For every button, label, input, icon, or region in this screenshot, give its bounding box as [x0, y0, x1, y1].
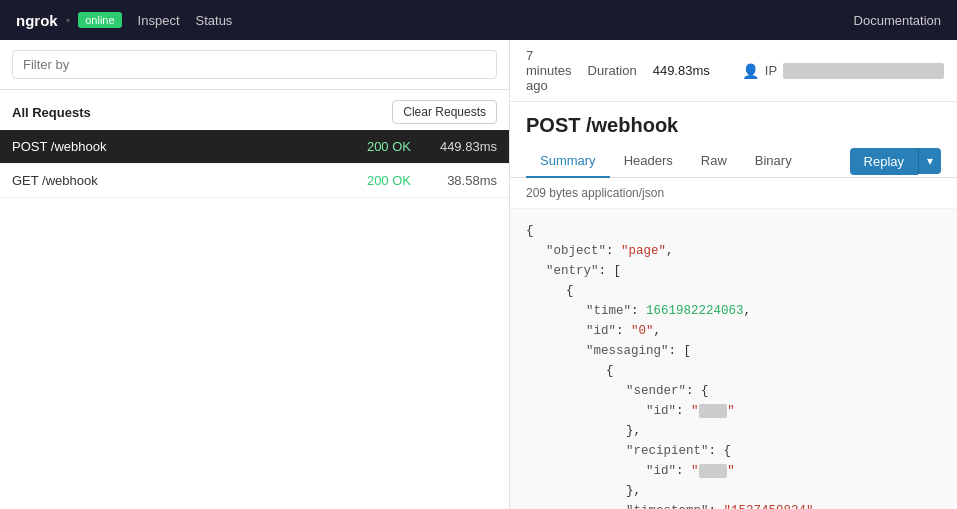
online-badge: online [78, 12, 121, 28]
navbar: ngrok • online Inspect Status Documentat… [0, 0, 957, 40]
json-line: "messaging": [ [526, 341, 941, 361]
json-line: "recipient": { [526, 441, 941, 461]
request-method-path: GET /webhook [12, 173, 351, 188]
request-duration: 449.83ms [427, 139, 497, 154]
all-requests-title: All Requests [12, 105, 91, 120]
brand-logo: ngrok [16, 12, 58, 29]
nav-status-link[interactable]: Status [196, 13, 233, 28]
json-line: "id": "████" [526, 401, 941, 421]
ip-address: ██████████████████ [783, 63, 944, 79]
tab-binary[interactable]: Binary [741, 145, 806, 178]
json-line: { [526, 281, 941, 301]
request-method-path: POST /webhook [12, 139, 351, 154]
request-duration: 38.58ms [427, 173, 497, 188]
content-type-bar: 209 bytes application/json [510, 178, 957, 209]
request-status: 200 OK [351, 173, 411, 188]
json-line: "id": "0", [526, 321, 941, 341]
clear-requests-button[interactable]: Clear Requests [392, 100, 497, 124]
tab-summary[interactable]: Summary [526, 145, 610, 178]
request-item-get-webhook[interactable]: GET /webhook 200 OK 38.58ms [0, 164, 509, 198]
info-ip-block: 👤 IP ██████████████████ [742, 63, 944, 79]
json-line: "id": "████" [526, 461, 941, 481]
json-line: }, [526, 421, 941, 441]
documentation-link[interactable]: Documentation [854, 13, 941, 28]
person-icon: 👤 [742, 63, 759, 79]
request-list: POST /webhook 200 OK 449.83ms GET /webho… [0, 130, 509, 509]
info-duration-value: 449.83ms [653, 63, 710, 78]
replay-btn-group: Replay ▾ [850, 148, 941, 175]
json-line: "entry": [ [526, 261, 941, 281]
replay-button[interactable]: Replay [850, 148, 918, 175]
filter-bar [0, 40, 509, 90]
request-title: POST /webhook [510, 102, 957, 145]
tab-raw[interactable]: Raw [687, 145, 741, 178]
info-time-ago: 7 minutes ago [526, 48, 572, 93]
json-line: "timestamp": "1527459824", [526, 501, 941, 509]
requests-header: All Requests Clear Requests [0, 90, 509, 130]
json-line: "time": 1661982224063, [526, 301, 941, 321]
info-duration-label: Duration [588, 63, 637, 78]
json-line: "sender": { [526, 381, 941, 401]
json-viewer[interactable]: { "object": "page", "entry": [ { "time":… [510, 209, 957, 509]
filter-input[interactable] [12, 50, 497, 79]
replay-dropdown-button[interactable]: ▾ [918, 148, 941, 174]
tab-headers[interactable]: Headers [610, 145, 687, 178]
nav-dot: • [66, 13, 71, 28]
right-panel: 7 minutes ago Duration 449.83ms 👤 IP ███… [510, 40, 957, 509]
json-line: "object": "page", [526, 241, 941, 261]
main-container: All Requests Clear Requests POST /webhoo… [0, 40, 957, 509]
tabs-row: Summary Headers Raw Binary Replay ▾ [510, 145, 957, 178]
left-panel: All Requests Clear Requests POST /webhoo… [0, 40, 510, 509]
request-info-bar: 7 minutes ago Duration 449.83ms 👤 IP ███… [510, 40, 957, 102]
json-line: }, [526, 481, 941, 501]
json-line: { [526, 361, 941, 381]
nav-inspect-link[interactable]: Inspect [138, 13, 180, 28]
request-status: 200 OK [351, 139, 411, 154]
json-line: { [526, 221, 941, 241]
request-item-post-webhook[interactable]: POST /webhook 200 OK 449.83ms [0, 130, 509, 164]
ip-label: IP [765, 63, 777, 78]
